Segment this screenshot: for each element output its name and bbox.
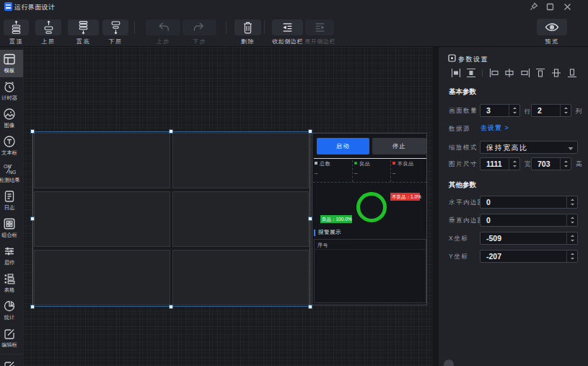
svg-text:NG: NG [9,170,16,175]
svg-text:OK: OK [4,164,11,169]
